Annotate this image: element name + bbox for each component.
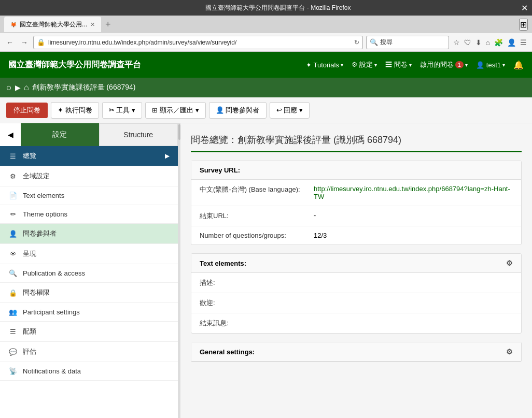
end-message-value [314,319,513,328]
sidebar-item-participant-settings-label: Participant settings [23,308,170,316]
back-button[interactable]: ← [4,37,16,48]
participants-button[interactable]: 👤 問卷參與者 [209,102,267,119]
tab-title: 國立臺灣師範大學公用... [20,20,87,29]
app-nav: ✦ Tutorials ▾ ⚙ 設定 ▾ ☰ 問卷 ▾ 啟用的問卷 1 ▾ 👤 … [306,60,524,70]
close-button[interactable]: ✕ [521,3,528,13]
action-bar: 停止問卷 ✦ 執行問卷 ✂ 工具 ▾ ⊞ 顯示／匯出 ▾ 👤 問卷參與者 ↩ 回… [0,97,532,123]
description-value [314,278,513,287]
global-icon: ⚙ [8,172,18,180]
end-message-label: 結束訊息: [200,319,314,328]
browser-apps-button[interactable]: ⊞ [519,19,528,31]
tools-button[interactable]: ✂ 工具 ▾ [102,102,143,119]
run-survey-button[interactable]: ✦ 執行問卷 [51,102,99,119]
search-box[interactable]: 🔍 搜尋 [366,36,449,49]
active-surveys-nav[interactable]: 啟用的問卷 1 ▾ [420,60,468,69]
shield-icon[interactable]: 🛡 [463,37,472,48]
forward-button[interactable]: → [19,37,30,48]
sidebar-item-text-elements[interactable]: 📄 Text elements [0,186,178,205]
sidebar-item-allocation[interactable]: ☰ 配類 [0,322,178,342]
sidebar-item-overview-label: 總覽 [23,151,160,161]
survey-url-header-label: Survey URL: [200,166,240,174]
refresh-button[interactable]: ↻ [354,39,359,46]
stop-survey-button[interactable]: 停止問卷 [6,103,48,118]
toolbar-icons: ☆ 🛡 ⬇ ⌂ 🧩 👤 ☰ [452,37,528,48]
sidebar-toggle-button[interactable]: ◀ [0,123,21,146]
sidebar-item-global[interactable]: ⚙ 全域設定 [0,166,178,186]
profile-icon[interactable]: 👤 [506,37,517,48]
participants-icon: 👤 [8,230,18,238]
general-settings-header-label: General settings: [200,348,255,356]
sidebar-item-overview[interactable]: ☰ 總覽 ▶ [0,146,178,166]
text-elements-header-label: Text elements: [200,260,246,267]
surveys-nav[interactable]: ☰ 問卷 ▾ [385,60,412,69]
address-text: limesurvey.iro.ntnu.edu.tw/index.php/adm… [48,39,351,46]
sidebar-item-text-elements-label: Text elements [23,192,170,199]
page-title: 問卷總覽：創新教學實施課後評量 (識別碼 668794) [191,134,522,152]
sidebar-item-global-label: 全域設定 [23,171,170,181]
sidebar-header: ◀ 設定 Structure [0,123,178,146]
sidebar-item-publication-label: Publication & access [23,269,170,277]
sidebar-item-evaluation[interactable]: 💬 評估 [0,342,178,362]
tab-close-icon[interactable]: ✕ [90,21,95,28]
questions-groups-value: 12/3 [314,232,513,239]
welcome-label: 歡迎: [200,298,314,308]
text-elements-settings-icon[interactable]: ⚙ [506,259,513,267]
theme-options-icon: ✏ [8,210,18,218]
text-elements-header: Text elements: ⚙ [191,254,521,273]
content-area: 問卷總覽：創新教學實施課後評量 (識別碼 668794) Survey URL:… [180,123,532,418]
sidebar-item-allocation-label: 配類 [23,327,170,336]
home-breadcrumb-icon[interactable]: ⌂ [24,83,29,92]
settings-nav[interactable]: ⚙ 設定 ▾ [352,60,377,69]
sidebar-item-participants[interactable]: 👤 問卷參與者 [0,224,178,244]
sidebar-item-participant-settings[interactable]: 👥 Participant settings [0,303,178,322]
allocation-icon: ☰ [8,328,18,336]
main-container: ◀ 設定 Structure ☰ 總覽 ▶ ⚙ 全域設定 📄 Text elem… [0,123,532,418]
download-icon[interactable]: ⬇ [474,37,483,48]
survey-url-header: Survey URL: [191,161,521,180]
lock-icon: 🔒 [37,38,45,46]
browser-address-bar: ← → 🔒 limesurvey.iro.ntnu.edu.tw/index.p… [0,33,532,52]
breadcrumb-arrow-icon: ▶ [15,83,21,92]
tutorials-nav[interactable]: ✦ Tutorials ▾ [306,61,343,69]
responses-button[interactable]: ↩ 回應 ▾ [270,102,310,119]
star-icon[interactable]: ☆ [452,37,461,48]
text-elements-card: Text elements: ⚙ 描述: 歡迎: 結束訊息: [191,253,522,334]
browser-title-bar: 國立臺灣師範大學公用問卷調查平台 - Mozilla Firefox ✕ [0,0,532,16]
sidebar-item-theme-options[interactable]: ✏ Theme options [0,205,178,224]
survey-url-link[interactable]: http://limesurvey.iro.ntnu.edu.tw/index.… [314,185,510,200]
participant-settings-icon: 👥 [8,308,18,316]
new-tab-button[interactable]: + [103,19,113,30]
search-icon: 🔍 [370,38,378,46]
sidebar-item-participants-label: 問卷參與者 [23,229,170,238]
overview-icon: ☰ [8,152,18,160]
general-settings-settings-icon[interactable]: ⚙ [506,348,513,356]
sidebar-item-evaluation-label: 評估 [23,347,170,356]
menu-icon[interactable]: ☰ [519,37,528,48]
sidebar-tab-settings[interactable]: 設定 [21,123,99,146]
search-text: 搜尋 [380,38,393,47]
browser-tab[interactable]: 🦊 國立臺灣師範大學公用... ✕ [4,17,101,32]
favicon-icon: 🦊 [10,22,17,27]
base-language-label: 中文(繁體-台灣) (Base language): [200,185,314,200]
extension-icon[interactable]: 🧩 [493,37,504,48]
sidebar-item-permissions-label: 問卷權限 [23,288,170,297]
sidebar-item-notifications[interactable]: 📡 Notifications & data [0,362,178,381]
address-box[interactable]: 🔒 limesurvey.iro.ntnu.edu.tw/index.php/a… [33,36,363,49]
end-url-value: - [314,211,513,221]
sidebar-item-presentation[interactable]: 👁 呈現 [0,244,178,264]
description-row: 描述: [191,273,521,293]
breadcrumb-bar: ○ ▶ ⌂ 創新教學實施課後評量 (668794) [0,78,532,97]
user-nav[interactable]: 👤 test1 ▾ [476,61,505,69]
base-language-row: 中文(繁體-台灣) (Base language): http://limesu… [191,180,521,206]
evaluation-icon: 💬 [8,348,18,356]
sidebar-tab-structure[interactable]: Structure [99,123,178,146]
sidebar-item-publication[interactable]: 🔍 Publication & access [0,264,178,283]
base-language-value: http://limesurvey.iro.ntnu.edu.tw/index.… [314,185,513,200]
home-icon[interactable]: ⌂ [485,37,491,48]
display-export-button[interactable]: ⊞ 顯示／匯出 ▾ [145,102,206,119]
notification-bell-icon[interactable]: 🔔 [513,60,524,70]
sidebar-item-permissions[interactable]: 🔒 問卷權限 [0,283,178,303]
presentation-icon: 👁 [8,250,18,258]
permissions-icon: 🔒 [8,289,18,297]
overview-arrow-icon: ▶ [165,152,170,160]
